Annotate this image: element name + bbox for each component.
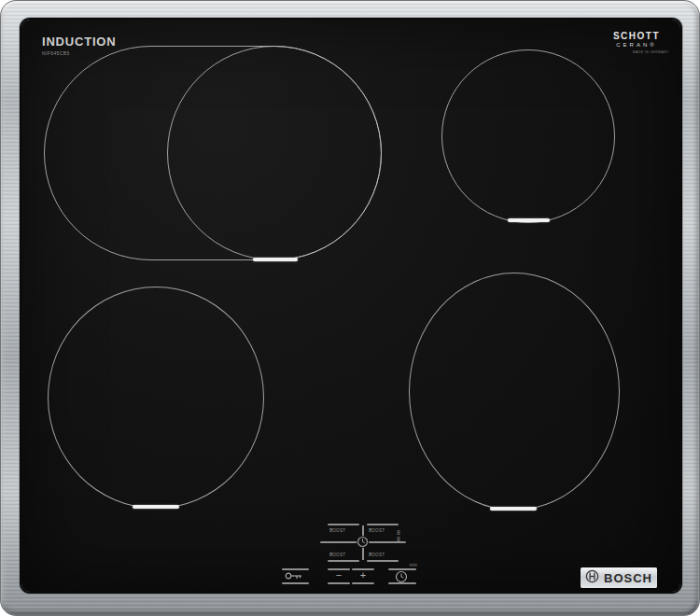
zone-front-right xyxy=(409,273,620,511)
boost-star-icon: * xyxy=(331,528,333,533)
schott-ceran-logo: SCHOTT CERAN® MADE IN GERMANY xyxy=(604,31,669,54)
lock-key-underline xyxy=(282,582,309,584)
boost-star-icon: * xyxy=(371,553,372,557)
bosch-badge: BOSCH xyxy=(581,567,657,588)
bosch-armature-icon xyxy=(585,569,599,587)
ceramic-glass-surface: INDUCTION NIF645CB5 SCHOTT CERAN® MADE I… xyxy=(21,20,680,592)
zone-select-line-rear-left[interactable] xyxy=(328,524,359,525)
zone-rear-right xyxy=(441,49,615,223)
timer-min-label: min xyxy=(399,563,417,567)
pan-mark-front-right xyxy=(490,507,537,511)
schott-ceran-line1: SCHOTT xyxy=(604,31,669,41)
pan-mark-rear-right xyxy=(508,218,550,222)
boost-star-icon: * xyxy=(331,553,333,557)
schott-ceran-line2: CERAN® xyxy=(604,42,669,48)
timer-center-clock-icon[interactable] xyxy=(357,536,369,548)
timer-display: 88 xyxy=(397,530,402,542)
model-number: NIF645CB5 xyxy=(42,50,70,56)
cross-horizontal-line-left xyxy=(320,541,357,543)
zone-select-line-rear-right[interactable] xyxy=(367,524,399,525)
boost-star-icon: * xyxy=(371,528,372,533)
surface-label: INDUCTION xyxy=(42,35,116,49)
minus-underline xyxy=(328,582,350,584)
zone-select-line-front-left[interactable] xyxy=(328,560,359,562)
power-increase-button[interactable]: + xyxy=(352,570,374,581)
bosch-logo-text: BOSCH xyxy=(604,571,652,585)
pan-mark-rear-left xyxy=(253,258,298,261)
power-decrease-button[interactable]: − xyxy=(328,570,350,581)
plus-underline xyxy=(352,582,374,584)
zone-front-left xyxy=(48,287,264,509)
schott-ceran-subtext: MADE IN GERMANY xyxy=(604,50,669,54)
pan-mark-front-left xyxy=(133,505,179,509)
zone-rear-left-circle xyxy=(167,46,382,260)
zone-select-line-front-right[interactable] xyxy=(367,560,399,562)
lock-key-overline xyxy=(282,568,309,570)
stainless-steel-frame: INDUCTION NIF645CB5 SCHOTT CERAN® MADE I… xyxy=(0,0,700,616)
